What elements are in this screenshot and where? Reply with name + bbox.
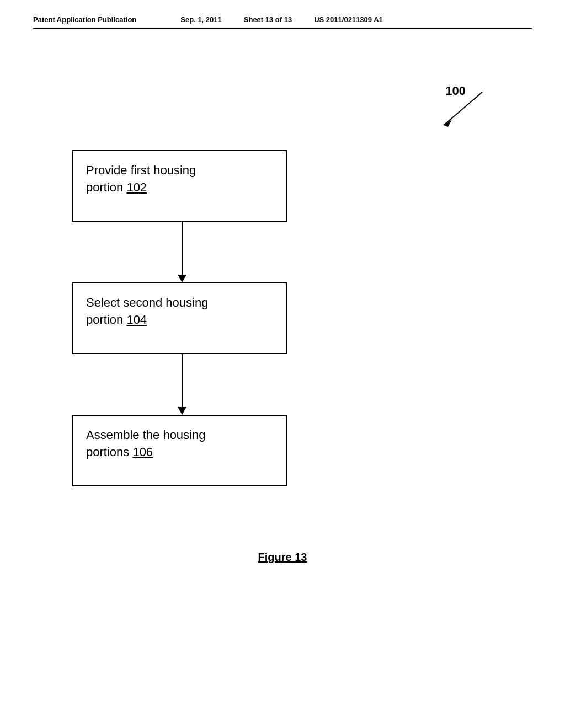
arrow-down-1 [178,222,186,282]
flow-box-3-line2: portions [86,445,132,459]
flow-box-2: Select second housing portion 104 [72,282,287,354]
flow-box-1-ref: 102 [126,180,147,194]
arrow-line-2 [182,354,183,407]
arrow-head-1 [178,275,186,282]
diagram-area: 100 Provide first housing portion 102 Se… [0,29,565,608]
arrow-head-2 [178,407,186,415]
flow-box-2-text: Select second housing portion 104 [86,295,273,329]
patent-page: Patent Application Publication Sep. 1, 2… [0,0,565,728]
flow-box-3-ref: 106 [132,445,153,459]
flow-box-1-line2: portion [86,180,126,194]
flow-box-2-line1: Select second housing [86,296,208,309]
page-header: Patent Application Publication Sep. 1, 2… [0,0,565,24]
flow-box-1-text: Provide first housing portion 102 [86,162,273,196]
flow-box-2-ref: 104 [126,313,147,326]
header-sheet: Sheet 13 of 13 [244,15,292,24]
arrow-line-1 [182,222,183,275]
header-date: Sep. 1, 2011 [180,15,221,24]
header-patent-number: US 2011/0211309 A1 [314,15,383,24]
flow-box-1: Provide first housing portion 102 [72,150,287,222]
ref-100-arrow [433,89,488,133]
flow-box-2-line2: portion [86,313,126,326]
arrow-down-2 [178,354,186,415]
flow-box-3-text: Assemble the housing portions 106 [86,427,273,461]
svg-marker-1 [444,120,452,127]
flow-box-3: Assemble the housing portions 106 [72,415,287,486]
header-publication-label: Patent Application Publication [33,15,136,24]
figure-label: Figure 13 [258,551,307,564]
svg-line-0 [444,92,482,125]
flow-box-1-line1: Provide first housing [86,163,196,177]
flow-box-3-line1: Assemble the housing [86,428,205,442]
